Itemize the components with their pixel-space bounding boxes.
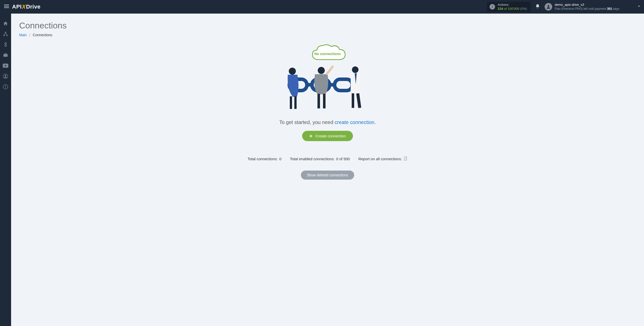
actions-text: Actions: 234 of 100'000 (0%) — [498, 3, 527, 11]
logo-text-api: API — [12, 4, 22, 10]
info-icon: i — [490, 4, 495, 10]
breadcrumb-separator: / — [29, 33, 30, 37]
dollar-icon — [3, 42, 8, 47]
app-header: APIXDrive i Actions: 234 of 100'000 (0%)… — [0, 0, 644, 14]
create-connection-button[interactable]: Create connection — [302, 131, 353, 141]
svg-point-3 — [548, 5, 549, 7]
sidebar — [0, 14, 11, 326]
cloud-text: No connections — [314, 52, 341, 56]
home-icon — [3, 21, 8, 26]
svg-point-19 — [318, 67, 325, 74]
people-chain-illustration — [282, 64, 373, 112]
svg-rect-5 — [3, 35, 5, 36]
user-plan: Plan |Premium PRO| left until payment 35… — [555, 7, 619, 11]
sitemap-icon — [3, 31, 8, 36]
menu-toggle-button[interactable] — [3, 3, 10, 11]
actions-total: 100'000 — [508, 7, 519, 11]
user-menu[interactable]: demo_apix-drive_s3 Plan |Premium PRO| le… — [545, 3, 641, 11]
svg-rect-26 — [309, 136, 312, 136]
sidebar-item-help[interactable] — [3, 84, 8, 90]
actions-usage-box[interactable]: i Actions: 234 of 100'000 (0%) — [487, 2, 531, 12]
logo-text-drive: Drive — [26, 4, 41, 10]
user-name: demo_apix-drive_s3 — [555, 3, 619, 7]
stat-report: Report on all connections: — [358, 156, 407, 161]
help-icon — [3, 84, 8, 89]
user-info: demo_apix-drive_s3 Plan |Premium PRO| le… — [555, 3, 619, 11]
actions-label: Actions: — [498, 3, 527, 7]
stats-row: Total connections: 0 Total enabled conne… — [19, 156, 636, 161]
sidebar-item-account[interactable] — [3, 73, 8, 79]
empty-state: No connections — [19, 42, 636, 180]
user-menu-chevron — [622, 4, 641, 9]
plus-icon — [309, 134, 313, 138]
svg-rect-20 — [317, 94, 320, 108]
svg-rect-6 — [6, 35, 8, 36]
sidebar-item-video[interactable] — [3, 63, 8, 68]
notifications-button[interactable] — [535, 4, 540, 10]
document-icon — [404, 156, 408, 161]
page-title: Connections — [19, 21, 636, 30]
stat-total-connections: Total connections: 0 — [248, 157, 281, 161]
download-report-button[interactable] — [404, 156, 408, 161]
svg-rect-23 — [352, 93, 354, 108]
svg-point-22 — [352, 66, 358, 73]
empty-illustration: No connections — [282, 42, 373, 113]
svg-rect-17 — [290, 96, 292, 109]
chevron-down-icon — [637, 4, 641, 8]
svg-rect-2 — [4, 8, 9, 8]
stat-enabled-connections: Total enabled connections: 0 of 500 — [290, 157, 350, 161]
app-logo[interactable]: APIXDrive — [12, 4, 41, 10]
show-deleted-connections-button[interactable]: Show deleted connections — [301, 171, 354, 180]
main-content: Connections Main / Connections No connec… — [11, 14, 644, 326]
bell-icon — [535, 4, 540, 9]
user-icon — [546, 4, 551, 9]
breadcrumb-main-link[interactable]: Main — [19, 33, 27, 37]
actions-percent: (0%) — [520, 7, 527, 11]
sidebar-item-billing[interactable] — [3, 42, 8, 47]
svg-rect-4 — [5, 32, 6, 33]
sidebar-item-connections[interactable] — [3, 31, 8, 37]
svg-rect-18 — [294, 96, 297, 109]
cloud-icon: No connections — [307, 42, 348, 65]
create-connection-button-label: Create connection — [315, 134, 346, 138]
create-connection-link[interactable]: create connection — [335, 119, 374, 125]
svg-rect-0 — [4, 5, 9, 5]
svg-rect-13 — [335, 79, 352, 91]
actions-of: of — [504, 7, 507, 11]
youtube-icon — [3, 63, 8, 68]
svg-point-9 — [5, 75, 6, 76]
avatar — [545, 3, 552, 11]
actions-count: 234 — [498, 7, 503, 11]
logo-text-x: X — [22, 4, 26, 10]
hamburger-icon — [4, 4, 9, 9]
briefcase-icon — [3, 53, 8, 58]
get-started-text: To get started, you need create connecti… — [19, 119, 636, 125]
sidebar-item-home[interactable] — [3, 21, 8, 26]
svg-point-16 — [289, 68, 296, 75]
svg-rect-21 — [323, 94, 326, 108]
breadcrumb-current: Connections — [33, 33, 52, 37]
user-circle-icon — [3, 74, 8, 79]
sidebar-item-briefcase[interactable] — [3, 52, 8, 58]
breadcrumb: Main / Connections — [19, 33, 636, 37]
svg-rect-24 — [356, 93, 361, 108]
svg-rect-1 — [4, 6, 9, 7]
